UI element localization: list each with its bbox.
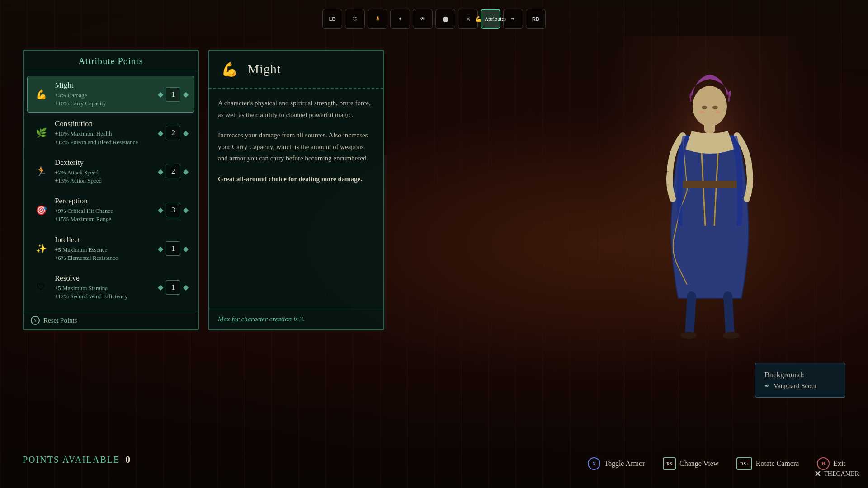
watermark-text: THEGAMER (824, 470, 859, 478)
nav-eye-button[interactable]: 👁 (413, 9, 433, 29)
perception-name: Perception (55, 197, 158, 206)
svg-point-7 (715, 111, 720, 113)
circle-icon: ⬤ (443, 16, 448, 23)
might-increase-button[interactable]: ◆ (183, 90, 189, 99)
points-available-label: POINTS AVAILABLE (23, 455, 120, 465)
lb-label: LB (329, 16, 336, 22)
nav-lb-button[interactable]: LB (322, 9, 342, 29)
intellect-increase-button[interactable]: ◆ (183, 244, 189, 253)
detail-description: A character's physical and spiritual str… (218, 98, 374, 121)
background-card-value: ✒ Vanguard Scout (764, 382, 836, 390)
might-decrease-button[interactable]: ◆ (158, 90, 163, 99)
resolve-decrease-button[interactable]: ◆ (158, 283, 163, 291)
constitution-value: 2 (166, 126, 180, 140)
constitution-increase-button[interactable]: ◆ (183, 129, 189, 137)
attribute-item-constitution[interactable]: 🌿 Constitution +10% Maximum Health +12% … (27, 114, 194, 151)
change-view-label: Change View (679, 460, 718, 468)
exit-button[interactable]: B Exit (817, 457, 845, 470)
perception-increase-button[interactable]: ◆ (183, 206, 189, 214)
constitution-decrease-button[interactable]: ◆ (158, 129, 163, 137)
dexterity-controls: ◆ 2 ◆ (158, 164, 189, 178)
resolve-controls: ◆ 1 ◆ (158, 280, 189, 295)
resolve-info: Resolve +5 Maximum Stamina +12% Second W… (55, 274, 158, 300)
resolve-bonus: +5 Maximum Stamina +12% Second Wind Effi… (55, 284, 158, 300)
detail-footer: Max for character creation is 3. (209, 309, 383, 329)
svg-point-5 (712, 106, 718, 109)
svg-rect-1 (683, 181, 737, 188)
reset-icon: Y (31, 316, 40, 325)
nav-rb-button[interactable]: RB (526, 9, 546, 29)
attribute-item-perception[interactable]: 🎯 Perception +9% Critical Hit Chance +15… (27, 192, 194, 228)
dexterity-decrease-button[interactable]: ◆ (158, 167, 163, 176)
nav-quill-button[interactable]: ✒ (503, 9, 523, 29)
background-card: Background: ✒ Vanguard Scout (755, 363, 845, 398)
svg-point-4 (702, 106, 707, 109)
attribute-panel-title: Attribute Points (24, 51, 198, 72)
quill-icon: ✒ (511, 16, 515, 23)
detail-mechanics: Increases your damage from all sources. … (218, 130, 374, 164)
svg-point-8 (680, 332, 697, 339)
svg-point-6 (699, 111, 705, 113)
reset-label: Reset Points (43, 317, 77, 324)
perception-value: 3 (166, 203, 180, 217)
nav-circle-button[interactable]: ⬤ (435, 9, 455, 29)
intellect-controls: ◆ 1 ◆ (158, 241, 189, 256)
might-controls: ◆ 1 ◆ (158, 87, 189, 102)
rotate-camera-button[interactable]: RS+ Rotate Camera (736, 457, 799, 470)
character-preview-area (597, 36, 823, 375)
nav-skills-button[interactable]: ✦ (390, 9, 410, 29)
eye-icon: 👁 (420, 16, 425, 23)
detail-body: A character's physical and spiritual str… (209, 89, 383, 309)
attribute-item-intellect[interactable]: ✨ Intellect +5 Maximum Essence +6% Eleme… (27, 230, 194, 267)
toggle-armor-label: Toggle Armor (604, 460, 645, 468)
might-bonus: +3% Damage +10% Carry Capacity (55, 91, 158, 108)
shield-icon: 🛡 (352, 16, 358, 23)
rb-label: RB (532, 16, 539, 22)
dexterity-info: Dexterity +7% Attack Speed +13% Action S… (55, 158, 158, 185)
perception-controls: ◆ 3 ◆ (158, 203, 189, 217)
detail-attribute-icon: 💪 (218, 58, 241, 80)
perception-decrease-button[interactable]: ◆ (158, 206, 163, 214)
nav-attributes-button[interactable]: 💪 Attributes (481, 9, 500, 29)
nav-shield-button[interactable]: 🛡 (345, 9, 365, 29)
intellect-attribute-icon: ✨ (33, 240, 49, 257)
sword-icon: ⚔ (466, 16, 471, 23)
nav-character-button[interactable]: 🧍 (368, 9, 387, 29)
intellect-decrease-button[interactable]: ◆ (158, 244, 163, 253)
might-name: Might (55, 81, 158, 90)
watermark: ✕ THEGAMER (814, 469, 859, 479)
attribute-item-resolve[interactable]: 🛡 Resolve +5 Maximum Stamina +12% Second… (27, 269, 194, 305)
change-view-button[interactable]: RS Change View (663, 457, 718, 470)
background-card-label: Background: (764, 371, 836, 380)
resolve-increase-button[interactable]: ◆ (183, 283, 189, 291)
detail-highlight: Great all-around choice for dealing more… (218, 174, 374, 185)
detail-header: 💪 Might (209, 51, 383, 89)
person-icon: 🧍 (374, 16, 381, 23)
attribute-item-might[interactable]: 💪 Might +3% Damage +10% Carry Capacity ◆… (27, 76, 194, 113)
constitution-name: Constitution (55, 119, 158, 128)
bottom-action-bar: X Toggle Armor RS Change View RS+ Rotate… (588, 457, 845, 470)
dexterity-name: Dexterity (55, 158, 158, 167)
perception-bonus: +9% Critical Hit Chance +15% Maximum Ran… (55, 207, 158, 223)
detail-panel: 💪 Might A character's physical and spiri… (208, 50, 384, 330)
attribute-item-dexterity[interactable]: 🏃 Dexterity +7% Attack Speed +13% Action… (27, 153, 194, 190)
reset-points-button[interactable]: Y Reset Points (24, 311, 198, 329)
perception-attribute-icon: 🎯 (33, 202, 49, 218)
rs-rotate-button-key: RS+ (736, 457, 752, 470)
might-attribute-icon: 💪 (33, 86, 49, 103)
detail-title: Might (248, 62, 281, 76)
svg-point-9 (723, 332, 739, 339)
toggle-armor-button[interactable]: X Toggle Armor (588, 457, 645, 470)
star-icon: ✦ (398, 16, 402, 23)
rs-button-key: RS (663, 457, 676, 470)
dexterity-increase-button[interactable]: ◆ (183, 167, 189, 176)
dexterity-attribute-icon: 🏃 (33, 163, 49, 179)
dexterity-bonus: +7% Attack Speed +13% Action Speed (55, 169, 158, 185)
intellect-bonus: +5 Maximum Essence +6% Elemental Resista… (55, 246, 158, 262)
might-icon: 💪 (475, 16, 482, 23)
constitution-bonus: +10% Maximum Health +12% Poison and Blee… (55, 130, 158, 146)
constitution-controls: ◆ 2 ◆ (158, 126, 189, 140)
exit-label: Exit (833, 460, 845, 468)
watermark-symbol: ✕ (814, 469, 821, 479)
top-navigation: LB 🛡 🧍 ✦ 👁 ⬤ ⚔ 💪 Attributes ✒ RB (322, 9, 546, 29)
